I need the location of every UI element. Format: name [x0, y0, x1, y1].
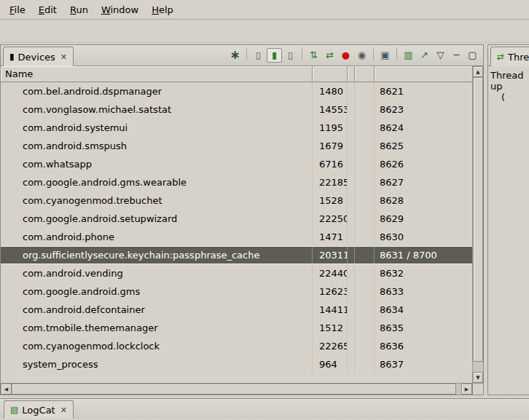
- empty-cell: [348, 247, 355, 264]
- table-header-row: Name: [1, 66, 472, 82]
- menu-file[interactable]: File: [3, 1, 32, 18]
- pid-cell: 22265: [313, 337, 348, 355]
- pid-cell: 1528: [313, 191, 348, 210]
- process-name-cell: com.google.android.gms.wearable: [1, 173, 313, 191]
- device-process-list: com.bel.android.dspmanager14808621com.vo…: [1, 82, 472, 383]
- table-row[interactable]: com.whatsapp67168626: [1, 155, 472, 173]
- process-name-cell: com.android.defcontainer: [1, 301, 313, 319]
- empty-cell: [348, 191, 355, 210]
- port-cell: 8626: [375, 155, 472, 173]
- maximize-icon[interactable]: ▢: [465, 48, 480, 63]
- column-header-empty-1[interactable]: [348, 66, 355, 82]
- pid-cell: 1471: [313, 228, 348, 246]
- table-row[interactable]: com.bel.android.dspmanager14808621: [1, 82, 472, 100]
- horizontal-scrollbar[interactable]: ◀ ▶: [1, 384, 472, 395]
- minimize-icon[interactable]: ─: [449, 48, 464, 63]
- process-name-cell: com.android.smspush: [1, 137, 313, 155]
- empty-cell: [355, 337, 375, 355]
- table-row[interactable]: com.cyanogenmod.trebuchet15288628: [1, 191, 472, 210]
- table-row[interactable]: com.vonglasow.michael.satstat145538623: [1, 100, 472, 119]
- tab-devices[interactable]: ▮ Devices ✕: [3, 47, 74, 66]
- screen-capture-icon[interactable]: ◉: [354, 48, 369, 63]
- empty-cell: [348, 228, 355, 246]
- threads-icon: ⇄: [497, 52, 504, 61]
- menu-window[interactable]: Window: [95, 1, 145, 18]
- process-name-cell: com.android.phone: [1, 228, 313, 246]
- port-cell: 8637: [375, 355, 472, 373]
- column-header-pid[interactable]: [313, 66, 348, 82]
- stop-process-icon[interactable]: ●: [338, 48, 353, 63]
- table-row[interactable]: system_process9648637: [1, 355, 472, 373]
- debug-process-icon[interactable]: ∗: [227, 48, 243, 63]
- table-row[interactable]: com.android.smspush16798625: [1, 137, 472, 155]
- table-row[interactable]: com.android.phone14718630: [1, 228, 472, 246]
- empty-cell: [355, 355, 375, 373]
- empty-cell: [348, 355, 355, 373]
- scroll-up-icon[interactable]: ▲: [473, 66, 483, 77]
- empty-cell: [355, 82, 375, 100]
- menu-edit[interactable]: Edit: [32, 1, 63, 18]
- table-row[interactable]: com.android.defcontainer144118634: [1, 301, 472, 319]
- menu-bar: FileEditRunWindowHelp: [0, 0, 529, 20]
- vertical-scroll-thumb[interactable]: [473, 77, 483, 362]
- vertical-scrollbar[interactable]: ▲ ▼: [472, 66, 483, 383]
- port-cell: 8623: [375, 100, 472, 119]
- tab-threads[interactable]: ⇄ Threads: [490, 47, 529, 66]
- cause-gc-icon[interactable]: ▯: [283, 48, 298, 63]
- threads-message-line2: (: [490, 92, 527, 103]
- port-cell: 8629: [375, 210, 472, 228]
- horizontal-scroll-thumb[interactable]: [12, 384, 456, 395]
- table-row[interactable]: com.google.android.gms.wearable221858627: [1, 173, 472, 191]
- devices-toolbar: ∗▯▮▯⇅⇄●◉▣▥↗▽─▢: [227, 47, 483, 66]
- table-row[interactable]: com.android.systemui11958624: [1, 119, 472, 137]
- process-name-cell: com.whatsapp: [1, 155, 313, 173]
- tracer-arrow-icon[interactable]: ↗: [417, 48, 432, 63]
- threads-content: Thread up (: [488, 66, 529, 106]
- empty-cell: [348, 301, 355, 319]
- pid-cell: 22250: [313, 210, 348, 228]
- empty-cell: [348, 264, 355, 282]
- empty-cell: [348, 282, 355, 301]
- table-row[interactable]: org.sufficientlysecure.keychain:passphra…: [1, 246, 472, 264]
- table-row[interactable]: com.android.vending224408632: [1, 264, 472, 282]
- empty-cell: [355, 247, 375, 264]
- column-header-port[interactable]: [375, 66, 472, 82]
- table-row[interactable]: com.tmobile.thememanager15128635: [1, 319, 472, 337]
- process-name-cell: com.cyanogenmod.lockclock: [1, 337, 313, 355]
- table-row[interactable]: com.google.android.setupwizard222508629: [1, 210, 472, 228]
- scroll-right-icon[interactable]: ▶: [461, 384, 472, 395]
- table-row[interactable]: com.cyanogenmod.lockclock222658636: [1, 337, 472, 355]
- update-heap-icon[interactable]: ▯: [251, 48, 266, 63]
- view-menu-icon[interactable]: ▽: [433, 48, 448, 63]
- table-row[interactable]: com.google.android.gms126238633: [1, 282, 472, 301]
- empty-cell: [348, 173, 355, 191]
- port-cell: 8625: [375, 137, 472, 155]
- pid-cell: 964: [313, 355, 348, 373]
- method-profiling-icon[interactable]: ⇄: [322, 48, 337, 63]
- tab-logcat-label: LogCat: [22, 405, 55, 416]
- pid-cell: 1480: [313, 82, 348, 100]
- dump-hprof-icon[interactable]: ▮: [267, 48, 282, 63]
- process-name-cell: com.tmobile.thememanager: [1, 319, 313, 337]
- menu-run[interactable]: Run: [63, 1, 95, 18]
- port-cell: 8621: [375, 82, 472, 100]
- close-icon[interactable]: ✕: [59, 405, 67, 415]
- empty-cell: [348, 137, 355, 155]
- scroll-left-icon[interactable]: ◀: [1, 384, 12, 395]
- port-cell: 8624: [375, 119, 472, 137]
- tab-logcat[interactable]: ▤ LogCat ✕: [4, 400, 74, 419]
- update-threads-icon[interactable]: ⇅: [306, 48, 321, 63]
- menu-help[interactable]: Help: [145, 1, 180, 18]
- dual-display-icon[interactable]: ▣: [377, 48, 393, 63]
- close-icon[interactable]: ✕: [59, 52, 67, 62]
- logcat-icon: ▤: [10, 405, 18, 414]
- process-name-cell: com.android.systemui: [1, 119, 313, 137]
- port-cell: 8636: [375, 337, 472, 355]
- column-header-empty-2[interactable]: [355, 66, 375, 82]
- column-header-name[interactable]: Name: [1, 66, 313, 82]
- empty-cell: [355, 173, 375, 191]
- heap-columns-icon[interactable]: ▥: [401, 48, 416, 63]
- empty-cell: [348, 82, 355, 100]
- scroll-down-icon[interactable]: ▼: [473, 372, 483, 383]
- process-name-cell: system_process: [1, 355, 313, 373]
